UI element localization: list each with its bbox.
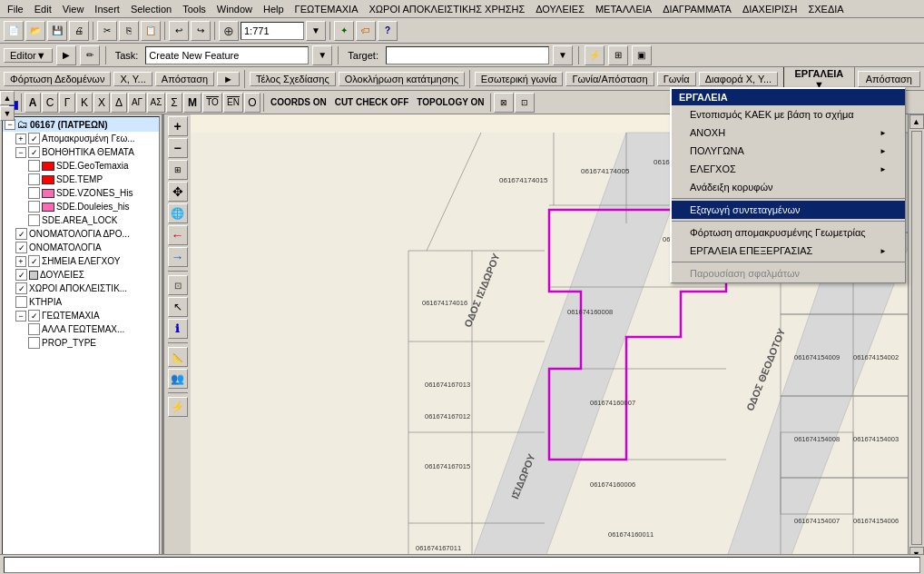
menu-sxedia[interactable]: ΣΧΕΔΙΑ — [802, 2, 849, 16]
dropdown-item-6[interactable]: Φόρτωση απομακρυσμένης Γεωμετρίας — [672, 223, 905, 242]
measure-btn[interactable]: 📐 — [168, 347, 188, 367]
l16-check[interactable] — [28, 337, 40, 349]
diaf-btn[interactable]: Διαφορά X, Y... — [699, 72, 778, 86]
menu-geotemax[interactable]: ΓΕΩΤΕΜΑΧΙΑ — [290, 2, 364, 16]
redo-button[interactable]: ↪ — [191, 21, 211, 41]
sym-AG[interactable]: ΑΓ — [128, 93, 146, 113]
editor-dropdown[interactable]: Editor▼ — [4, 48, 53, 63]
cursor-btn[interactable]: ↖ — [168, 297, 188, 317]
sym-S[interactable]: Σ — [166, 93, 182, 113]
tree-item-l15[interactable]: ΑΛΛΑ ΓΕΩΤΕΜΑΧ... — [3, 322, 159, 336]
identify2-btn[interactable]: 👥 — [168, 369, 188, 389]
sym-extra1[interactable]: ⊠ — [494, 93, 514, 113]
dropdown-item-4[interactable]: Ανάδειξη κορυφών — [672, 178, 905, 196]
snap2-btn[interactable]: ⊞ — [608, 45, 628, 65]
tree-item-l1[interactable]: + ✓ Απομακρυσμένη Γεω... — [3, 132, 159, 145]
target-dropdown-btn[interactable]: ▼ — [553, 45, 573, 65]
sym-AS[interactable]: ΑΣ — [147, 93, 165, 113]
select-rect-btn[interactable]: ⊡ — [168, 275, 188, 295]
tree-item-l2[interactable]: − ✓ ΒΟΗΘΗΤΙΚΑ ΘΕΜΑΤΑ — [3, 145, 159, 159]
l10-check[interactable]: ✓ — [28, 255, 40, 267]
menu-insert[interactable]: Insert — [89, 2, 125, 16]
tree-item-l10[interactable]: + ✓ ΣΗΜΕΙΑ ΕΛΕΓΧΟΥ — [3, 254, 159, 268]
tree-item-l4[interactable]: SDE.TEMP — [3, 173, 159, 186]
fixed-zoom-btn[interactable]: ⊞ — [168, 160, 188, 180]
sym-G[interactable]: Γ — [59, 93, 75, 113]
menu-selection[interactable]: Selection — [125, 2, 177, 16]
apostasi-btn[interactable]: Απόσταση — [155, 72, 214, 86]
tree-item-l11[interactable]: ✓ ΔΟΥΛΕΙΕΣ — [3, 268, 159, 282]
l3-check[interactable] — [28, 160, 40, 172]
sym-EN[interactable]: EN — [223, 93, 243, 113]
l1-check[interactable]: ✓ — [28, 133, 40, 144]
help-tool[interactable]: ? — [378, 21, 398, 41]
tree-item-l3[interactable]: SDE.GeoTemaxia — [3, 159, 159, 173]
sym-D[interactable]: Δ — [111, 93, 127, 113]
v-scrollbar[interactable]: ▲ ▼ — [908, 114, 924, 561]
l6-check[interactable] — [28, 201, 40, 213]
target-input[interactable] — [386, 46, 549, 64]
new-button[interactable]: 📄 — [4, 21, 24, 41]
sym-M[interactable]: M — [183, 93, 202, 113]
print-button[interactable]: 🖨 — [69, 21, 89, 41]
info-btn[interactable]: ℹ — [168, 319, 188, 339]
xy-btn[interactable]: X, Y... — [113, 72, 152, 86]
eswt-btn[interactable]: Εσωτερική γωνία — [475, 72, 564, 86]
tree-item-l7[interactable]: SDE.AREA_LOCK — [3, 213, 159, 227]
task-dropdown-btn[interactable]: ▼ — [312, 45, 332, 65]
save-button[interactable]: 💾 — [47, 21, 67, 41]
tree-item-l13[interactable]: ΚΤΗΡΙΑ — [3, 295, 159, 309]
zoom-tool-button[interactable]: ⊕ — [219, 21, 239, 41]
zoom-in-btn[interactable]: + — [168, 116, 188, 136]
scroll-up-btn[interactable]: ▲ — [0, 91, 15, 105]
l11-check[interactable]: ✓ — [15, 269, 27, 281]
v-scroll-thumb[interactable] — [911, 131, 922, 545]
apostasi-main-btn[interactable]: Απόσταση — [858, 71, 920, 87]
sym-extra2[interactable]: ⊡ — [515, 93, 535, 113]
load-data-btn[interactable]: Φόρτωση Δεδομένων — [4, 72, 111, 86]
task-input[interactable] — [145, 46, 309, 64]
menu-xwroi[interactable]: ΧΩΡΟΙ ΑΠΟΚΛΕΙΣΤΙΚΗΣ ΧΡΗΣΗΣ — [363, 2, 530, 16]
select-tool[interactable]: ✦ — [334, 21, 354, 41]
l5-check[interactable] — [28, 187, 40, 199]
task-pen[interactable]: ✏ — [80, 45, 100, 65]
menu-edit[interactable]: Edit — [29, 2, 57, 16]
menu-diax[interactable]: ΔΙΑΧΕΙΡΙΣΗ — [737, 2, 803, 16]
dropdown-item-1[interactable]: ΑΝΟΧΗ► — [672, 124, 905, 142]
l13-check[interactable] — [15, 296, 27, 308]
back-btn[interactable]: ← — [168, 225, 188, 245]
tree-item-l6[interactable]: SDE.Douleies_his — [3, 200, 159, 213]
sym-O[interactable]: O — [244, 93, 260, 113]
l9-check[interactable]: ✓ — [15, 242, 27, 253]
dropdown-item-3[interactable]: ΕΛΕΓΧΟΣ► — [672, 160, 905, 178]
scale-dropdown[interactable]: ▼ — [306, 21, 326, 41]
tree-item-l14[interactable]: − ✓ ΓΕΩΤΕΜΑΧΙΑ — [3, 309, 159, 322]
snap-btn[interactable]: ⚡ — [585, 45, 605, 65]
pan-btn[interactable]: ✥ — [168, 182, 188, 202]
tree-item-l8[interactable]: ✓ ΟΝΟΜΑΤΟΛΟΓΙΑ ΔΡΟ... — [3, 227, 159, 241]
tree-item-l16[interactable]: PROP_TYPE — [3, 336, 159, 350]
scale-input[interactable] — [241, 22, 304, 40]
menu-diagr[interactable]: ΔΙΑΓΡΑΜΜΑΤΑ — [657, 2, 737, 16]
gonia-btn[interactable]: Γωνία/Απόσταση — [565, 72, 654, 86]
tree-item-l5[interactable]: SDE.VZONES_His — [3, 186, 159, 200]
sym-K[interactable]: K — [76, 93, 93, 113]
telos-btn[interactable]: Τέλος Σχεδίασης — [250, 72, 336, 86]
gonia2-btn[interactable]: Γωνία — [657, 72, 696, 86]
l2-expand[interactable]: − — [15, 147, 26, 158]
scroll-down-btn[interactable]: ▼ — [0, 106, 15, 121]
menu-douleies[interactable]: ΔΟΥΛΕΙΕΣ — [530, 2, 590, 16]
menu-window[interactable]: Window — [211, 2, 258, 16]
paste-button[interactable]: 📋 — [141, 21, 161, 41]
sym-TO[interactable]: TO — [202, 93, 222, 113]
fwd-btn[interactable]: → — [168, 247, 188, 267]
l7-check[interactable] — [28, 214, 40, 226]
snap3-btn[interactable]: ▣ — [632, 45, 652, 65]
sym-C[interactable]: C — [42, 93, 58, 113]
l4-check[interactable] — [28, 173, 40, 185]
zoom-out-btn[interactable]: − — [168, 138, 188, 158]
l14-check[interactable]: ✓ — [28, 310, 40, 322]
cut-button[interactable]: ✂ — [97, 21, 117, 41]
dropdown-item-5[interactable]: Εξαγωγή συντεταγμένων — [672, 201, 905, 219]
globe-btn[interactable]: 🌐 — [168, 203, 188, 223]
